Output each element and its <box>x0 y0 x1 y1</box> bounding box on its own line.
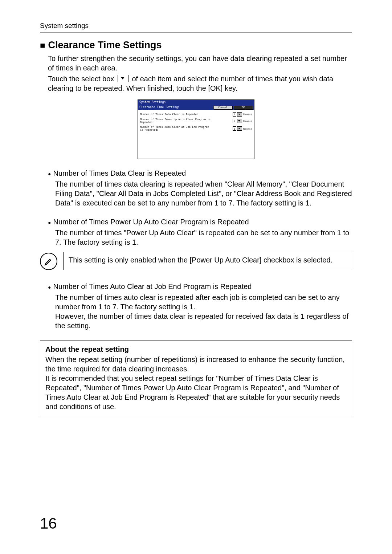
dropdown-icon <box>118 75 128 82</box>
screenshot-row-unit: Time(s) <box>243 127 252 130</box>
about-box: About the repeat setting When the repeat… <box>40 341 352 416</box>
bullet-icon: ● <box>48 282 51 292</box>
intro-p2-a: Touch the select box <box>48 75 114 83</box>
bullet-item: ● Number of Times Data Clear is Repeated… <box>40 169 352 208</box>
screenshot-row-unit: Time(s) <box>243 113 252 115</box>
screenshot-row: Number of Times Data Clear is Repeated: … <box>140 112 252 117</box>
screenshot-row-value: 1 <box>233 126 236 131</box>
bullet-item: ● Number of Times Power Up Auto Clear Pr… <box>40 218 352 247</box>
intro-paragraph-1: To further strengthen the security setti… <box>40 54 352 73</box>
about-paragraph-1: When the repeat setting (number of repet… <box>45 355 347 374</box>
bullet-title: Number of Times Auto Clear at Job End Pr… <box>53 282 252 292</box>
chevron-down-icon[interactable] <box>237 126 242 131</box>
bullet-body: The number of times auto clear is repeat… <box>48 293 352 330</box>
screenshot-row: Number of Times Auto Clear at Job End Pr… <box>140 126 252 132</box>
screenshot-row-label: Number of Times Auto Clear at Job End Pr… <box>140 126 211 132</box>
running-header: System settings <box>40 22 352 30</box>
note-callout: This setting is only enabled when the [P… <box>40 252 352 270</box>
about-paragraph-2: It is recommended that you select repeat… <box>45 374 347 411</box>
screenshot-panel-title: Clearance Time Settings <box>139 106 213 109</box>
screenshot-row-unit: Time(s) <box>243 120 252 122</box>
screenshot-row-label: Number of Times Data Clear is Repeated: <box>140 113 200 116</box>
pencil-note-icon <box>40 253 57 270</box>
page-number: 16 <box>40 515 57 532</box>
ok-button[interactable]: OK <box>234 106 253 109</box>
screenshot-row-label: Number of Times Power Up Auto Clear Prog… <box>140 118 211 124</box>
screenshot-row-value: 1 <box>233 119 236 123</box>
bullet-title: Number of Times Power Up Auto Clear Prog… <box>53 218 249 227</box>
chevron-down-icon[interactable] <box>237 112 242 117</box>
device-screenshot: System Settings Clearance Time Settings … <box>138 99 254 159</box>
square-bullet-icon: ■ <box>40 41 45 50</box>
note-text: This setting is only enabled when the [P… <box>63 252 352 270</box>
screenshot-row: Number of Times Power Up Auto Clear Prog… <box>140 118 252 124</box>
section-heading: ■ Clearance Time Settings <box>40 40 352 51</box>
intro-paragraph-2: Touch the select box of each item and se… <box>40 74 352 93</box>
bullet-body: The number of times "Power Up Auto Clear… <box>48 228 352 247</box>
bullet-body: The number of times data clearing is rep… <box>48 179 352 208</box>
bullet-item: ● Number of Times Auto Clear at Job End … <box>40 282 352 330</box>
chevron-down-icon[interactable] <box>237 119 242 123</box>
screenshot-window-title: System Settings <box>138 100 254 105</box>
bullet-icon: ● <box>48 218 51 227</box>
cancel-button[interactable]: Cancel <box>213 106 232 109</box>
bullet-title: Number of Times Data Clear is Repeated <box>53 169 186 179</box>
header-rule <box>40 32 352 33</box>
screenshot-row-value: 1 <box>233 112 236 117</box>
bullet-icon: ● <box>48 169 51 179</box>
about-title: About the repeat setting <box>45 345 347 354</box>
section-heading-text: Clearance Time Settings <box>48 40 162 51</box>
